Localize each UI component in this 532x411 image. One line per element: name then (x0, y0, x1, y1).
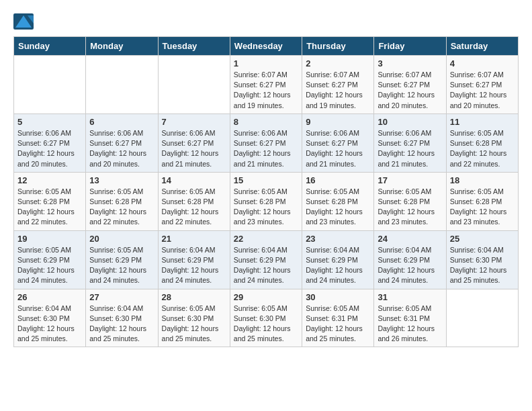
day-info: Sunrise: 6:06 AMSunset: 6:27 PMDaylight:… (89, 128, 154, 169)
day-info: Sunrise: 6:05 AMSunset: 6:31 PMDaylight:… (378, 304, 442, 345)
calendar-day-header: Monday (86, 37, 158, 56)
calendar-cell (86, 56, 158, 114)
day-number: 27 (89, 292, 154, 302)
day-info: Sunrise: 6:05 AMSunset: 6:28 PMDaylight:… (450, 187, 515, 228)
calendar-cell: 9 Sunrise: 6:06 AMSunset: 6:27 PMDayligh… (302, 113, 374, 172)
calendar-day-header: Tuesday (158, 37, 230, 56)
day-number: 11 (450, 117, 515, 127)
calendar-cell: 11 Sunrise: 6:05 AMSunset: 6:28 PMDaylig… (446, 113, 518, 172)
calendar-cell: 26 Sunrise: 6:04 AMSunset: 6:30 PMDaylig… (14, 289, 86, 347)
day-info: Sunrise: 6:05 AMSunset: 6:30 PMDaylight:… (234, 304, 298, 345)
logo-icon (13, 13, 34, 30)
day-info: Sunrise: 6:07 AMSunset: 6:27 PMDaylight:… (450, 70, 515, 111)
calendar-day-header: Saturday (446, 37, 518, 56)
day-number: 7 (162, 117, 226, 127)
calendar-cell: 22 Sunrise: 6:04 AMSunset: 6:29 PMDaylig… (230, 230, 302, 289)
day-number: 14 (162, 175, 226, 185)
day-info: Sunrise: 6:04 AMSunset: 6:30 PMDaylight:… (89, 304, 154, 345)
calendar-cell: 27 Sunrise: 6:04 AMSunset: 6:30 PMDaylig… (86, 289, 158, 347)
day-number: 20 (89, 234, 154, 244)
calendar-cell: 17 Sunrise: 6:05 AMSunset: 6:28 PMDaylig… (374, 172, 446, 230)
day-number: 10 (378, 117, 442, 127)
day-number: 9 (306, 117, 370, 127)
day-number: 22 (234, 234, 298, 244)
day-info: Sunrise: 6:06 AMSunset: 6:27 PMDaylight:… (17, 128, 82, 169)
calendar-cell: 7 Sunrise: 6:06 AMSunset: 6:27 PMDayligh… (158, 113, 230, 172)
calendar-cell (446, 289, 518, 347)
day-info: Sunrise: 6:07 AMSunset: 6:27 PMDaylight:… (306, 70, 370, 111)
day-info: Sunrise: 6:07 AMSunset: 6:27 PMDaylight:… (234, 70, 298, 111)
day-number: 15 (234, 175, 298, 185)
day-info: Sunrise: 6:05 AMSunset: 6:31 PMDaylight:… (306, 304, 370, 345)
day-info: Sunrise: 6:05 AMSunset: 6:30 PMDaylight:… (162, 304, 226, 345)
day-number: 24 (378, 234, 442, 244)
calendar-cell: 1 Sunrise: 6:07 AMSunset: 6:27 PMDayligh… (230, 56, 302, 114)
calendar-week-row: 5 Sunrise: 6:06 AMSunset: 6:27 PMDayligh… (14, 113, 519, 172)
calendar-cell: 15 Sunrise: 6:05 AMSunset: 6:28 PMDaylig… (230, 172, 302, 230)
day-number: 8 (234, 117, 298, 127)
calendar-cell: 21 Sunrise: 6:04 AMSunset: 6:29 PMDaylig… (158, 230, 230, 289)
day-number: 12 (17, 175, 82, 185)
day-number: 1 (234, 58, 298, 68)
calendar-table: SundayMondayTuesdayWednesdayThursdayFrid… (13, 36, 519, 347)
day-info: Sunrise: 6:04 AMSunset: 6:29 PMDaylight:… (306, 245, 370, 286)
calendar-cell: 23 Sunrise: 6:04 AMSunset: 6:29 PMDaylig… (302, 230, 374, 289)
calendar-cell: 4 Sunrise: 6:07 AMSunset: 6:27 PMDayligh… (446, 56, 518, 114)
logo (13, 13, 36, 30)
calendar-cell: 2 Sunrise: 6:07 AMSunset: 6:27 PMDayligh… (302, 56, 374, 114)
calendar-day-header: Friday (374, 37, 446, 56)
calendar-header-row: SundayMondayTuesdayWednesdayThursdayFrid… (14, 37, 519, 56)
day-info: Sunrise: 6:04 AMSunset: 6:30 PMDaylight:… (450, 245, 515, 286)
day-number: 6 (89, 117, 154, 127)
day-info: Sunrise: 6:05 AMSunset: 6:28 PMDaylight:… (89, 187, 154, 228)
day-info: Sunrise: 6:05 AMSunset: 6:29 PMDaylight:… (89, 245, 154, 286)
calendar-day-header: Thursday (302, 37, 374, 56)
page-header (13, 13, 519, 30)
calendar-week-row: 12 Sunrise: 6:05 AMSunset: 6:28 PMDaylig… (14, 172, 519, 230)
calendar-cell: 16 Sunrise: 6:05 AMSunset: 6:28 PMDaylig… (302, 172, 374, 230)
day-number: 23 (306, 234, 370, 244)
day-number: 3 (378, 58, 442, 68)
day-info: Sunrise: 6:05 AMSunset: 6:28 PMDaylight:… (378, 187, 442, 228)
day-number: 30 (306, 292, 370, 302)
day-number: 31 (378, 292, 442, 302)
calendar-cell: 12 Sunrise: 6:05 AMSunset: 6:28 PMDaylig… (14, 172, 86, 230)
day-number: 25 (450, 234, 515, 244)
calendar-cell: 31 Sunrise: 6:05 AMSunset: 6:31 PMDaylig… (374, 289, 446, 347)
calendar-day-header: Sunday (14, 37, 86, 56)
calendar-cell (14, 56, 86, 114)
calendar-week-row: 1 Sunrise: 6:07 AMSunset: 6:27 PMDayligh… (14, 56, 519, 114)
calendar-cell: 5 Sunrise: 6:06 AMSunset: 6:27 PMDayligh… (14, 113, 86, 172)
day-info: Sunrise: 6:04 AMSunset: 6:29 PMDaylight:… (378, 245, 442, 286)
day-number: 4 (450, 58, 515, 68)
day-info: Sunrise: 6:05 AMSunset: 6:28 PMDaylight:… (162, 187, 226, 228)
day-number: 19 (17, 234, 82, 244)
day-number: 21 (162, 234, 226, 244)
calendar-cell: 10 Sunrise: 6:06 AMSunset: 6:27 PMDaylig… (374, 113, 446, 172)
day-info: Sunrise: 6:05 AMSunset: 6:28 PMDaylight:… (450, 128, 515, 169)
day-info: Sunrise: 6:06 AMSunset: 6:27 PMDaylight:… (234, 128, 298, 169)
calendar-cell: 18 Sunrise: 6:05 AMSunset: 6:28 PMDaylig… (446, 172, 518, 230)
day-number: 17 (378, 175, 442, 185)
day-number: 18 (450, 175, 515, 185)
day-number: 2 (306, 58, 370, 68)
calendar-cell: 3 Sunrise: 6:07 AMSunset: 6:27 PMDayligh… (374, 56, 446, 114)
calendar-day-header: Wednesday (230, 37, 302, 56)
calendar-cell: 8 Sunrise: 6:06 AMSunset: 6:27 PMDayligh… (230, 113, 302, 172)
day-info: Sunrise: 6:05 AMSunset: 6:28 PMDaylight:… (234, 187, 298, 228)
calendar-week-row: 19 Sunrise: 6:05 AMSunset: 6:29 PMDaylig… (14, 230, 519, 289)
day-info: Sunrise: 6:05 AMSunset: 6:28 PMDaylight:… (17, 187, 82, 228)
day-info: Sunrise: 6:04 AMSunset: 6:29 PMDaylight:… (234, 245, 298, 286)
calendar-cell: 6 Sunrise: 6:06 AMSunset: 6:27 PMDayligh… (86, 113, 158, 172)
day-info: Sunrise: 6:07 AMSunset: 6:27 PMDaylight:… (378, 70, 442, 111)
calendar-cell: 29 Sunrise: 6:05 AMSunset: 6:30 PMDaylig… (230, 289, 302, 347)
day-info: Sunrise: 6:05 AMSunset: 6:28 PMDaylight:… (306, 187, 370, 228)
day-number: 13 (89, 175, 154, 185)
day-info: Sunrise: 6:06 AMSunset: 6:27 PMDaylight:… (306, 128, 370, 169)
calendar-cell: 14 Sunrise: 6:05 AMSunset: 6:28 PMDaylig… (158, 172, 230, 230)
day-info: Sunrise: 6:06 AMSunset: 6:27 PMDaylight:… (162, 128, 226, 169)
calendar-cell: 19 Sunrise: 6:05 AMSunset: 6:29 PMDaylig… (14, 230, 86, 289)
calendar-cell: 30 Sunrise: 6:05 AMSunset: 6:31 PMDaylig… (302, 289, 374, 347)
day-info: Sunrise: 6:04 AMSunset: 6:30 PMDaylight:… (17, 304, 82, 345)
calendar-cell: 28 Sunrise: 6:05 AMSunset: 6:30 PMDaylig… (158, 289, 230, 347)
